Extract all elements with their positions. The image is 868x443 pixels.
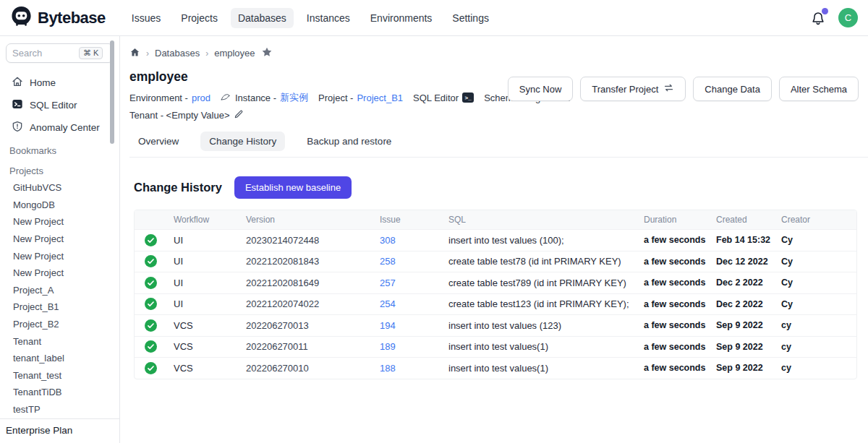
environment-link[interactable]: prod (192, 93, 210, 103)
col-created: Created (716, 215, 781, 225)
table-row[interactable]: UI 20221202081649 257 create table test7… (135, 272, 856, 293)
col-creator: Creator (781, 215, 856, 225)
sidebar-project-item[interactable]: New Project (0, 247, 119, 264)
sidebar-project-item[interactable]: TenantTiDB (0, 384, 119, 401)
created-cell: Feb 14 15:32 (716, 235, 781, 245)
sidebar-project-item[interactable]: New Project (0, 264, 119, 282)
bytebase-logo[interactable]: Bytebase (10, 5, 106, 30)
sidebar-project-item[interactable]: tenant_label (0, 350, 119, 367)
sidebar-project-item[interactable]: Project_B1 (0, 298, 119, 316)
col-workflow: Workflow (174, 215, 246, 225)
sidebar-project-item[interactable]: MongoDB (0, 197, 119, 214)
breadcrumb-separator: › (205, 48, 208, 59)
col-duration: Duration (644, 215, 716, 225)
nav-item-instances[interactable]: Instances (299, 8, 357, 28)
table-row[interactable]: VCS 202206270013 194 insert into test va… (135, 314, 856, 336)
issue-link[interactable]: 188 (380, 363, 448, 374)
created-cell: Sep 9 2022 (716, 342, 781, 352)
sql-cell: create table test123 (id int PRIMARY KEY… (448, 298, 644, 309)
created-cell: Dec 12 2022 (716, 257, 781, 267)
created-cell: Sep 9 2022 (716, 320, 781, 330)
user-avatar[interactable]: C (838, 8, 858, 27)
sidebar-project-item[interactable]: Tenant (0, 332, 119, 350)
project-link[interactable]: Project_B1 (357, 93, 403, 103)
table-row[interactable]: VCS 202206270010 188 insert into test va… (135, 357, 856, 379)
nav-item-projects[interactable]: Projects (174, 8, 225, 28)
instance-link[interactable]: 新实例 (280, 91, 308, 104)
sidebar-project-item[interactable]: testTP (0, 401, 119, 418)
sidebar-project-item[interactable]: GitHubVCS (0, 179, 119, 197)
table-row[interactable]: UI 20221202081843 258 create table test7… (135, 251, 856, 272)
search-box[interactable]: ⌘ K (6, 43, 114, 63)
sidebar-item-anomaly-center[interactable]: Anomaly Center (0, 116, 119, 139)
nav-item-databases[interactable]: Databases (231, 8, 294, 28)
issue-link[interactable]: 194 (380, 320, 448, 331)
sync-now-label: Sync Now (519, 84, 562, 95)
table-row[interactable]: UI 20230214072448 308 insert into test v… (135, 229, 856, 251)
page-actions: Sync Now Transfer Project Change Data Al… (508, 77, 859, 101)
sidebar-project-item[interactable]: Tenant_test (0, 367, 119, 384)
sidebar-item-home[interactable]: Home (0, 72, 119, 94)
issue-link[interactable]: 258 (380, 256, 448, 267)
issue-link[interactable]: 189 (380, 341, 448, 352)
workflow-cell: VCS (174, 363, 246, 374)
breadcrumb-current: employee (214, 48, 255, 59)
workflow-cell: UI (174, 235, 246, 246)
created-cell: Dec 2 2022 (716, 278, 781, 288)
terminal-icon: >_ (462, 93, 474, 103)
sql-cell: insert into test values(1) (448, 341, 644, 352)
notification-bell-icon[interactable] (811, 10, 825, 26)
sidebar-project-item[interactable]: New Project (0, 213, 119, 231)
sql-editor-link[interactable]: SQL Editor >_ (413, 93, 474, 103)
sidebar-item-sql-editor[interactable]: SQL Editor (0, 94, 119, 116)
establish-baseline-button[interactable]: Establish new baseline (234, 176, 352, 199)
issue-link[interactable]: 308 (380, 235, 448, 246)
sql-cell: insert into test values(1) (448, 363, 644, 374)
sql-cell: insert into test values (123) (448, 320, 644, 331)
tab-overview[interactable]: Overview (129, 132, 187, 151)
search-shortcut-kbd: ⌘ K (79, 47, 103, 59)
table-row[interactable]: VCS 202206270011 189 insert into test va… (135, 336, 856, 358)
creator-cell: cy (781, 320, 856, 330)
breadcrumb-separator: › (146, 48, 149, 59)
nav-item-issues[interactable]: Issues (124, 8, 168, 28)
status-done-icon (135, 298, 174, 310)
tab-change-history[interactable]: Change History (200, 132, 285, 151)
creator-cell: Cy (781, 235, 856, 245)
breadcrumb: › Databases › employee (121, 36, 868, 60)
sync-now-button[interactable]: Sync Now (508, 77, 574, 101)
nav-item-environments[interactable]: Environments (363, 8, 440, 28)
sidebar-project-item[interactable]: Project_B2 (0, 316, 119, 333)
issue-link[interactable]: 254 (380, 298, 448, 309)
breadcrumb-databases[interactable]: Databases (155, 48, 200, 59)
main-content: › Databases › employee employee Environm… (121, 36, 868, 443)
change-data-label: Change Data (705, 84, 760, 95)
breadcrumb-home-icon[interactable] (129, 47, 140, 60)
transfer-project-button[interactable]: Transfer Project (580, 77, 686, 101)
edit-pencil-icon[interactable] (234, 109, 244, 121)
alter-schema-button[interactable]: Alter Schema (779, 77, 859, 101)
change-history-header: Change History Establish new baseline (134, 176, 868, 199)
project-label: Project - (318, 93, 353, 103)
issue-link[interactable]: 257 (380, 278, 448, 288)
change-data-button[interactable]: Change Data (693, 77, 772, 101)
tenant-meta-row: Tenant - <Empty Value> (129, 109, 868, 121)
version-cell: 20221202081649 (246, 278, 380, 288)
col-issue: Issue (380, 215, 448, 225)
nav-item-settings[interactable]: Settings (445, 8, 496, 28)
status-done-icon (135, 277, 174, 289)
brand-name: Bytebase (38, 9, 106, 27)
sidebar-scrollbar[interactable] (110, 40, 114, 144)
sidebar-section-projects: Projects (0, 159, 119, 179)
sidebar-project-item[interactable]: Project_A (0, 282, 119, 299)
sidebar-project-item[interactable]: New Project (0, 231, 119, 248)
mysql-engine-icon (221, 92, 231, 103)
bytebase-logo-icon (10, 5, 33, 30)
workflow-cell: VCS (174, 341, 246, 352)
creator-cell: Cy (781, 299, 856, 309)
bookmark-star-icon[interactable] (261, 46, 273, 60)
tab-backup-and-restore[interactable]: Backup and restore (298, 132, 400, 151)
status-done-icon (135, 362, 174, 374)
search-input[interactable] (12, 48, 79, 59)
table-row[interactable]: UI 20221202074022 254 create table test1… (135, 293, 856, 315)
